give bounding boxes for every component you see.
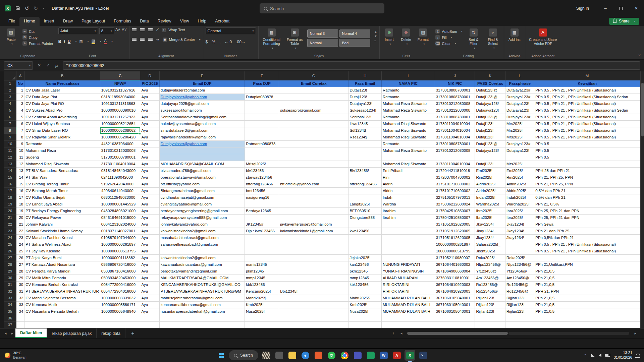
cell-D24[interactable]: Ayu xyxy=(140,234,159,241)
cell-I6[interactable]: Ratmanto xyxy=(381,114,435,120)
cell-G8[interactable] xyxy=(279,127,348,134)
cell-M32[interactable]: PPH 21, PPN xyxy=(534,288,640,295)
cell-E12[interactable] xyxy=(159,154,245,161)
sheet-tab-rekap-pelaporan-pajak[interactable]: rekap pelaporan pajak xyxy=(47,328,97,338)
cell-M36[interactable] xyxy=(534,315,640,321)
row-header-22[interactable]: 22 xyxy=(4,221,16,228)
bold-button[interactable]: B xyxy=(58,39,61,44)
cell-E25[interactable]: saharawellnessabadi@gmail.com xyxy=(159,241,245,248)
cell-I30[interactable]: AHMAD MUHARAM xyxy=(381,275,435,281)
cell-L8[interactable]: Mrs2025! xyxy=(505,127,534,134)
cell-F14[interactable]: blv123456 xyxy=(245,167,279,174)
cell-K13[interactable]: Dutajl123! xyxy=(475,161,505,167)
cell-E31[interactable]: KENCANABERKAHKONTRUKSI@GMAIL.CO xyxy=(159,281,245,288)
sheet-nav-right-icon[interactable]: ▸ xyxy=(11,331,13,336)
cell-C37[interactable] xyxy=(100,321,140,328)
cell-A33[interactable]: 32 xyxy=(16,295,24,301)
cell-H8[interactable]: Sdl1234$ xyxy=(348,127,382,134)
cell-H13[interactable] xyxy=(348,161,382,167)
vertical-scrollbar[interactable] xyxy=(640,71,644,328)
cell-K10[interactable]: Dutajl123!@ xyxy=(475,140,505,147)
notifications-icon[interactable] xyxy=(636,354,640,357)
cell-M10[interactable]: PPh 0.5 xyxy=(534,140,640,147)
cell-I20[interactable]: Ibrahim xyxy=(381,207,435,214)
cell-E34[interactable]: kencanamalikbersama@gmail.com xyxy=(159,301,245,308)
cell-I11[interactable]: Muhamad Reza Siswanto xyxy=(381,147,435,154)
cell-E5[interactable]: suksesapro@gmail.com xyxy=(159,107,245,114)
cell-K15[interactable]: Rini2025! xyxy=(475,174,505,181)
cell-D31[interactable]: Ayu xyxy=(140,281,159,288)
cell-J27[interactable]: 3171052110980007 xyxy=(435,254,475,261)
cell-E21[interactable]: rekayasapowersystem888@gmail.com xyxy=(159,214,245,221)
cell-H29[interactable]: pkm12345 xyxy=(348,268,382,275)
cell-G7[interactable] xyxy=(279,120,348,127)
row-header-10[interactable]: 10 xyxy=(4,140,16,147)
cell-B36[interactable] xyxy=(24,315,100,321)
percent-format-icon[interactable]: % xyxy=(212,40,215,44)
cell-F26[interactable] xyxy=(245,248,279,254)
share-button[interactable]: Share ▾ xyxy=(609,18,639,25)
cell-L6[interactable]: Dutajaya123# xyxy=(505,114,534,120)
cell-F25[interactable] xyxy=(245,241,279,248)
cell-D20[interactable]: Ayu xyxy=(140,207,159,214)
undo-icon[interactable]: ↺ xyxy=(25,6,29,11)
cell-F33[interactable]: Mahri2025$ xyxy=(245,295,279,301)
cell-H23[interactable]: kwn123456 xyxy=(348,228,382,234)
decrease-decimal-icon[interactable]: .00→ xyxy=(236,40,246,44)
cell-H2[interactable]: Dutajl123! xyxy=(348,87,382,94)
ribbon-tab-acrobat[interactable]: Acrobat xyxy=(211,17,234,26)
cell-B13[interactable]: Mohamad Risqi Siswanto xyxy=(24,161,100,167)
cell-J13[interactable]: 3173011004010004 xyxy=(435,161,475,167)
cell-I24[interactable] xyxy=(381,234,435,241)
cell-D10[interactable]: Ayu xyxy=(140,140,159,147)
cell-K35[interactable]: Rijjlan123! xyxy=(475,308,505,315)
cell-D1[interactable]: PIC 2025 xyxy=(140,80,159,87)
cell-A17[interactable]: 16 xyxy=(16,187,24,194)
column-header-B[interactable]: B xyxy=(24,71,100,80)
cell-M21[interactable]: PPh 25, PPh 21 dan PPN xyxy=(534,214,640,221)
cell-style-normal-4[interactable]: Normal 4 xyxy=(339,29,370,38)
row-header-27[interactable]: 27 xyxy=(4,254,16,261)
cell-B11[interactable]: Muhammad Reza xyxy=(24,147,100,154)
cell-M33[interactable]: PPh 21,0,5 xyxy=(534,295,640,301)
formula-input[interactable]: '1000000005208062 xyxy=(63,61,640,70)
sheet-tab-rekap-data[interactable]: rekap data xyxy=(97,328,125,338)
cell-C18[interactable]: 0630112548023000 xyxy=(100,194,140,201)
cell-G32[interactable]: Bbi12345! xyxy=(279,288,348,295)
row-header-23[interactable]: 23 xyxy=(4,228,16,234)
cell-F6[interactable] xyxy=(245,114,279,120)
cell-J28[interactable]: 3671064401660002 xyxy=(435,261,475,268)
cell-I35[interactable]: MUHAMMAD RIJLAN BAIH xyxy=(381,308,435,315)
cell-K18[interactable]: Indah2025! xyxy=(475,194,505,201)
cell-B3[interactable]: CV Duta Jaya Plat xyxy=(24,94,100,100)
cell-A32[interactable]: 31 xyxy=(16,288,24,295)
sort-filter-button[interactable]: ⇅ Sort & Filter▾ xyxy=(465,27,482,50)
cell-G33[interactable] xyxy=(279,295,348,301)
cell-K14[interactable]: Emi2025! xyxy=(475,167,505,174)
underline-button[interactable]: U xyxy=(68,39,71,44)
cell-K11[interactable]: Dutajaya123! xyxy=(475,147,505,154)
cell-C11[interactable]: 3173010212030008 xyxy=(100,147,140,154)
terminal-icon[interactable]: >_ xyxy=(418,350,428,361)
cell-C6[interactable]: 1091031211257923 xyxy=(100,114,140,120)
cell-A15[interactable]: 14 xyxy=(16,174,24,181)
cell-E14[interactable]: blvsamudera789@gmail.com xyxy=(159,167,245,174)
cell-K2[interactable]: Dutajl123!@ xyxy=(475,87,505,94)
horizontal-scrollbar-track[interactable] xyxy=(508,332,629,335)
cell-D28[interactable]: Ayu xyxy=(140,261,159,268)
cell-J15[interactable]: 3172037004700002 xyxy=(435,174,475,181)
cell-K24[interactable]: Jkay1234! xyxy=(475,234,505,241)
cell-B15[interactable]: PT Star Way xyxy=(24,174,100,181)
cell-H35[interactable]: Nusa2025! xyxy=(348,308,382,315)
grow-font-icon[interactable]: A˄ xyxy=(115,27,120,34)
cell-D37[interactable] xyxy=(140,321,159,328)
cell-F31[interactable]: kbk123456 xyxy=(245,281,279,288)
cell-G1[interactable]: Email Coretax xyxy=(279,80,348,87)
cell-A28[interactable]: 27 xyxy=(16,261,24,268)
cell-I27[interactable] xyxy=(381,254,435,261)
cell-D36[interactable] xyxy=(140,315,159,321)
cell-E16[interactable]: btt.official@yahoo.com xyxy=(159,181,245,187)
quick-access-chevron-icon[interactable]: ▾ xyxy=(43,7,44,10)
cell-B33[interactable]: CV Mahri Sejahtera Bersama xyxy=(24,295,100,301)
cell-E10[interactable]: Dutajayalaser@yahoo.com xyxy=(159,140,245,147)
